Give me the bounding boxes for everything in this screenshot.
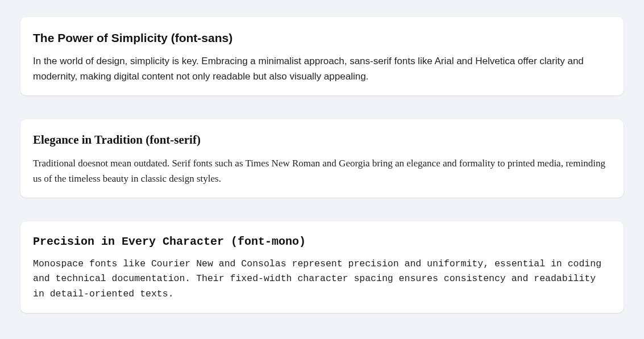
card-sans-body: In the world of design, simplicity is ke… (33, 53, 611, 84)
card-serif-title: Elegance in Tradition (font-serif) (33, 131, 611, 150)
card-mono: Precision in Every Character (font-mono)… (20, 221, 624, 313)
card-serif-body: Traditional doesnot mean outdated. Serif… (33, 156, 611, 186)
card-mono-title: Precision in Every Character (font-mono) (33, 233, 611, 251)
card-mono-body: Monospace fonts like Courier New and Con… (33, 257, 611, 302)
card-sans-title: The Power of Simplicity (font-sans) (33, 28, 611, 48)
card-sans: The Power of Simplicity (font-sans) In t… (20, 17, 624, 95)
card-serif: Elegance in Tradition (font-serif) Tradi… (20, 119, 624, 198)
